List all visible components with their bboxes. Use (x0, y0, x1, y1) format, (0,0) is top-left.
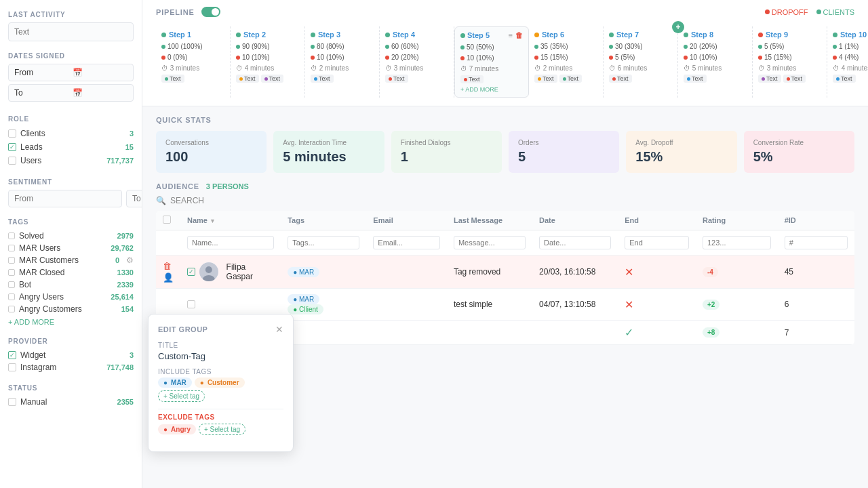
role-checkbox-users[interactable] (8, 157, 16, 165)
row3-tags (281, 321, 366, 345)
step-8-title: Step 8 (684, 30, 747, 39)
tag-item-mar-closed[interactable]: MAR Closed 1330 (8, 266, 134, 279)
row1-delete-btn[interactable]: 🗑 (163, 261, 174, 271)
th-last-message: Last Message (447, 211, 532, 230)
pipeline-step-3: Step 3 80 (80%) 10 (10%) ⏱ 2 minutes Tex… (305, 26, 380, 98)
tag-cb-bot[interactable] (8, 281, 15, 288)
role-item-leads[interactable]: Leads 15 (8, 140, 134, 154)
step-6-time: ⏱ 2 minutes (534, 64, 597, 72)
th-tags: Tags (281, 211, 366, 230)
tags-add-more[interactable]: + ADD MORE (8, 318, 54, 326)
tag-item-solved[interactable]: Solved 2979 (8, 230, 134, 242)
edit-group-tag-angry: Angry (158, 424, 196, 434)
row2-id: 6 (778, 289, 854, 321)
step5-delete-icon[interactable]: 🗑 (515, 31, 523, 39)
step-2-tags: Text Text (236, 75, 299, 83)
search-bar[interactable]: 🔍 SEARCH (156, 196, 854, 205)
filter-date[interactable] (539, 236, 611, 249)
th-name: Name ▼ (180, 211, 281, 230)
clients-label: CLIENTS (816, 8, 854, 16)
role-label-users: Users (20, 156, 102, 165)
step5-add-more[interactable]: + ADD MORE (460, 86, 523, 93)
filter-id[interactable] (785, 236, 848, 249)
role-label-clients: Clients (20, 129, 125, 138)
status-cb-manual[interactable] (8, 398, 16, 406)
tag-item-mar-customers[interactable]: MAR Customers 0 ⚙ (8, 254, 134, 266)
gear-icon[interactable]: ⚙ (126, 256, 134, 265)
step-5-title: Step 5 ≡ 🗑 (460, 31, 523, 39)
sentiment-to[interactable] (126, 190, 142, 207)
stat-card-avg-dropoff: Avg. Dropoff 15% (626, 131, 736, 173)
row2-checkbox[interactable] (187, 300, 195, 308)
filter-email[interactable] (373, 236, 440, 249)
last-activity-section: LAST ACTIVITY (8, 11, 134, 41)
edit-group-title: EDIT GROUP (158, 325, 208, 333)
audience-count: 3 PERSONS (206, 182, 249, 190)
edit-group-select-include-tag[interactable]: + Select tag (158, 390, 205, 402)
pipeline-toggle[interactable] (201, 7, 220, 17)
step-5-tags: Text (460, 75, 523, 83)
tag-cb-angry-customers[interactable] (8, 306, 15, 312)
row3-date (532, 321, 618, 345)
stat-label-interaction-time: Avg. Interaction Time (283, 139, 374, 146)
pipeline-step-5: Step 5 ≡ 🗑 50 (50%) 10 (10%) ⏱ 7 minutes… (454, 26, 529, 98)
step-3-title: Step 3 (311, 30, 374, 39)
provider-item-instagram[interactable]: Instagram 717,748 (8, 361, 134, 373)
row3-last-message (447, 321, 532, 345)
tag-cb-angry-users[interactable] (8, 293, 15, 300)
tag-item-bot[interactable]: Bot 2339 (8, 279, 134, 291)
role-checkbox-leads[interactable] (8, 143, 16, 151)
role-item-clients[interactable]: Clients 3 (8, 127, 134, 140)
status-count-manual: 2355 (117, 398, 134, 406)
row3-rating: +8 (696, 321, 778, 345)
sentiment-from[interactable] (8, 190, 122, 207)
edit-group-exclude-label: Exclude tags (158, 413, 283, 421)
edit-group-popup: EDIT GROUP ✕ Title Custom-Tag Include ta… (148, 314, 294, 452)
prov-cb-widget[interactable] (8, 351, 16, 359)
filter-tags[interactable] (288, 236, 359, 249)
last-activity-input[interactable] (8, 22, 134, 41)
pipeline-step-4: Step 4 60 (60%) 20 (20%) ⏱ 3 minutes Tex… (380, 26, 454, 98)
tag-cb-mar-customers[interactable] (8, 257, 15, 264)
step-5-stat-2: 10 (10%) (460, 53, 523, 64)
prov-label-instagram: Instagram (20, 363, 102, 372)
tag-cb-mar-users[interactable] (8, 245, 15, 251)
dates-to-row[interactable]: To 📅 (8, 84, 134, 102)
provider-item-widget[interactable]: Widget 3 (8, 349, 134, 361)
table-row: 🗑 👤 Filipa Gaspar (156, 256, 854, 289)
step-3-tags: Text (311, 75, 374, 83)
filter-rating[interactable] (703, 236, 771, 249)
step-10-title: Step 10 (833, 30, 868, 39)
row2-tag-mar: ● MAR (288, 294, 319, 304)
row2-email (366, 289, 447, 321)
stat-label-conversion-rate: Conversion Rate (753, 139, 845, 146)
step-8-stat-1: 20 (20%) (684, 41, 747, 52)
filter-message[interactable] (454, 236, 526, 249)
status-item-manual[interactable]: Manual 2355 (8, 396, 134, 408)
role-item-users[interactable]: Users 717,737 (8, 154, 134, 167)
tag-cb-solved[interactable] (8, 232, 15, 239)
tag-item-angry-customers[interactable]: Angry Customers 154 (8, 303, 134, 315)
row1-checkbox[interactable] (187, 268, 195, 276)
step-2-stat-1: 90 (90%) (236, 41, 299, 52)
tag-cb-mar-closed[interactable] (8, 269, 15, 276)
step5-menu-icon[interactable]: ≡ (509, 31, 513, 39)
pipeline-header: PIPELINE DROPOFF CLIENTS (142, 0, 868, 21)
step-7-tag: Text (609, 75, 632, 83)
role-checkbox-clients[interactable] (8, 129, 16, 138)
step-3-time: ⏱ 2 minutes (311, 64, 374, 72)
edit-group-select-exclude-tag[interactable]: + Select tag (199, 424, 245, 435)
filter-name[interactable] (187, 236, 274, 249)
tag-item-mar-users[interactable]: MAR Users 29,762 (8, 242, 134, 254)
edit-group-close-button[interactable]: ✕ (275, 324, 283, 335)
step-3-stat-1: 80 (80%) (311, 41, 374, 52)
select-all-checkbox[interactable] (163, 216, 171, 224)
step-10-stat-2: 4 (4%) (833, 52, 868, 63)
step-1-stat-1: 100 (100%) (161, 41, 224, 52)
th-end: End (618, 211, 696, 230)
row1-person-icon[interactable]: 👤 (163, 272, 174, 283)
dates-from-row[interactable]: From 📅 (8, 64, 134, 81)
filter-end[interactable] (625, 236, 689, 249)
tag-item-angry-users[interactable]: Angry Users 25,614 (8, 291, 134, 303)
prov-cb-instagram[interactable] (8, 363, 16, 371)
